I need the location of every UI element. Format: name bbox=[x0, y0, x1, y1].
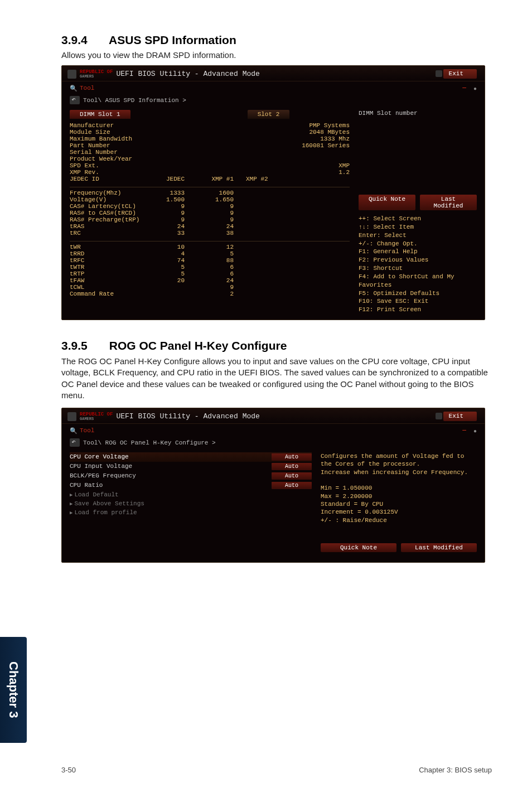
breadcrumb-path2: Tool\ ROG OC Panel H-Key Configure > bbox=[83, 439, 216, 446]
row-product-week: Product Week/Year bbox=[70, 156, 148, 162]
tool-menu[interactable]: 🔍 Tool bbox=[70, 85, 94, 92]
bios-breadcrumb: Tool\ ASUS SPD Information > bbox=[62, 94, 485, 108]
section-395-number: 3.9.5 bbox=[61, 339, 106, 352]
row-tcwl: tCWL bbox=[70, 284, 148, 291]
bios2-titlebar: REPUBLIC OF GAMERS UEFI BIOS Utility - A… bbox=[62, 408, 485, 424]
row-ras-cas: RAS# to CAS#(tRCD) bbox=[70, 210, 148, 216]
bios-screenshot-spd: REPUBLIC OF GAMERS UEFI BIOS Utility - A… bbox=[61, 65, 485, 320]
section-395-title: ROG OC Panel H-Key Configure bbox=[109, 339, 287, 352]
help-keys: ++: Select Screen ↑↓: Select Item Enter:… bbox=[359, 215, 477, 314]
rog-logo: REPUBLIC OF GAMERS UEFI BIOS Utility - A… bbox=[67, 70, 260, 79]
section-395-heading: 3.9.5 ROG OC Panel H-Key Configure bbox=[61, 339, 492, 352]
breadcrumb-path: Tool\ ASUS SPD Information > bbox=[83, 97, 186, 104]
row-serial-number: Serial Number bbox=[70, 149, 148, 156]
section-394-number: 3.9.4 bbox=[61, 33, 106, 47]
row-part-number: Part Number bbox=[70, 142, 148, 149]
search-icon2[interactable]: − ● bbox=[462, 426, 477, 435]
last-modified-button[interactable]: Last Modified bbox=[420, 195, 477, 210]
tool-label2: Tool bbox=[80, 427, 94, 434]
section-394-lead: Allows you to view the DRAM SPD informat… bbox=[61, 50, 492, 60]
search-icon[interactable]: − ● bbox=[462, 84, 477, 93]
row-cas: CAS# Lartency(tCL) bbox=[70, 203, 148, 210]
page-footer: 3-50 Chapter 3: BIOS setup bbox=[0, 766, 532, 774]
back-icon2[interactable] bbox=[70, 438, 80, 447]
row-jedec-id: JEDEC ID bbox=[70, 176, 148, 182]
opt-cpu-core-voltage[interactable]: CPU Core Voltage Auto bbox=[70, 452, 312, 462]
exit-label: Exit bbox=[449, 70, 463, 77]
row-max-bandwidth: Maximum Bandwidth bbox=[70, 136, 148, 142]
row-twr: tWR bbox=[70, 244, 148, 250]
bios2-breadcrumb: Tool\ ROG OC Panel H-Key Configure > bbox=[62, 436, 485, 450]
section-395-body: The ROG OC Panel H-Key Configure allows … bbox=[61, 356, 492, 401]
opt-save-above[interactable]: ▶Save Above Settings bbox=[70, 499, 312, 508]
row-ras-pre: RAS# Precharge(tRP) bbox=[70, 216, 148, 223]
bios2-desc: Configures the amount of Voltage fed to … bbox=[321, 452, 477, 524]
row-cmdrate: Command Rate bbox=[70, 291, 148, 297]
opt-cpu-input-voltage[interactable]: CPU Input Voltage Auto bbox=[70, 462, 312, 471]
opt-load-profile[interactable]: ▶Load from profile bbox=[70, 508, 312, 517]
row-trc: tRC bbox=[70, 230, 148, 236]
row-tras: tRAS bbox=[70, 223, 148, 230]
quick-note-button2[interactable]: Quick Note bbox=[321, 543, 396, 552]
logo-top: REPUBLIC OF bbox=[80, 69, 113, 75]
rog-logo-text: REPUBLIC OF GAMERS bbox=[80, 70, 113, 79]
opt-bclk-frequency[interactable]: BCLK/PEG Frequency Auto bbox=[70, 471, 312, 481]
tool-menu2[interactable]: 🔍 Tool bbox=[70, 427, 94, 434]
bios-screenshot-hkey: REPUBLIC OF GAMERS UEFI BIOS Utility - A… bbox=[61, 408, 485, 563]
tab-slot2[interactable]: Slot 2 bbox=[248, 110, 290, 119]
row-xmp-rev: XMP Rev. bbox=[70, 169, 148, 176]
row-trrd: tRRD bbox=[70, 250, 148, 257]
row-manufacturer: Manufacturer bbox=[70, 122, 148, 129]
exit-button[interactable]: Exit bbox=[443, 69, 477, 79]
footer-page-number: 3-50 bbox=[61, 766, 76, 774]
opt-cpu-ratio[interactable]: CPU Ratio Auto bbox=[70, 481, 312, 490]
row-spd-ext: SPD Ext. bbox=[70, 162, 148, 169]
rog-logo-icon2 bbox=[67, 412, 76, 421]
row-tfaw: tFAW bbox=[70, 277, 148, 284]
row-module-size: Module Size bbox=[70, 129, 148, 136]
bios2-app-title: UEFI BIOS Utility - Advanced Mode bbox=[116, 412, 259, 421]
tab-slot1[interactable]: DIMM Slot 1 bbox=[70, 110, 130, 119]
exit-label2: Exit bbox=[449, 413, 463, 419]
side-label: DIMM Slot number bbox=[359, 110, 477, 117]
bios2-main-panel: CPU Core Voltage Auto CPU Input Voltage … bbox=[62, 450, 318, 562]
row-trtp: tRTP bbox=[70, 270, 148, 277]
rog-logo-icon bbox=[67, 70, 76, 79]
logo-bottom: GAMERS bbox=[80, 75, 113, 79]
section-394-heading: 3.9.4 ASUS SPD Information bbox=[61, 33, 492, 47]
bios-subbar: 🔍 Tool − ● bbox=[62, 81, 485, 94]
row-voltage: Voltage(V) bbox=[70, 196, 148, 203]
rog-logo2: REPUBLIC OF GAMERS UEFI BIOS Utility - A… bbox=[67, 412, 260, 421]
section-394-title: ASUS SPD Information bbox=[109, 33, 236, 46]
bios-side-panel: DIMM Slot number Quick Note Last Modifie… bbox=[356, 108, 485, 320]
row-trfc: tRFC bbox=[70, 257, 148, 264]
bios-main-panel: DIMM Slot 1 Slot 2 ManufacturerPMP Syste… bbox=[62, 108, 356, 320]
quick-note-button[interactable]: Quick Note bbox=[359, 195, 415, 210]
last-modified-button2[interactable]: Last Modified bbox=[401, 543, 477, 552]
opt-load-default[interactable]: ▶Load Default bbox=[70, 490, 312, 499]
back-icon[interactable] bbox=[70, 96, 80, 104]
logo2-bottom: GAMERS bbox=[80, 417, 113, 421]
footer-chapter-label: Chapter 3: BIOS setup bbox=[419, 766, 492, 774]
bios2-side-panel: Configures the amount of Voltage fed to … bbox=[318, 450, 485, 562]
chapter-tab-label: Chapter 3 bbox=[6, 661, 21, 718]
tool-label: Tool bbox=[80, 85, 94, 91]
chapter-tab: Chapter 3 bbox=[0, 637, 27, 743]
bios-titlebar: REPUBLIC OF GAMERS UEFI BIOS Utility - A… bbox=[62, 66, 485, 81]
bios2-subbar: 🔍 Tool − ● bbox=[62, 424, 485, 436]
row-twtr: tWTR bbox=[70, 264, 148, 270]
bios-app-title: UEFI BIOS Utility - Advanced Mode bbox=[116, 70, 259, 78]
row-freq: Frequency(Mhz) bbox=[70, 190, 148, 196]
exit-button2[interactable]: Exit bbox=[443, 412, 477, 421]
